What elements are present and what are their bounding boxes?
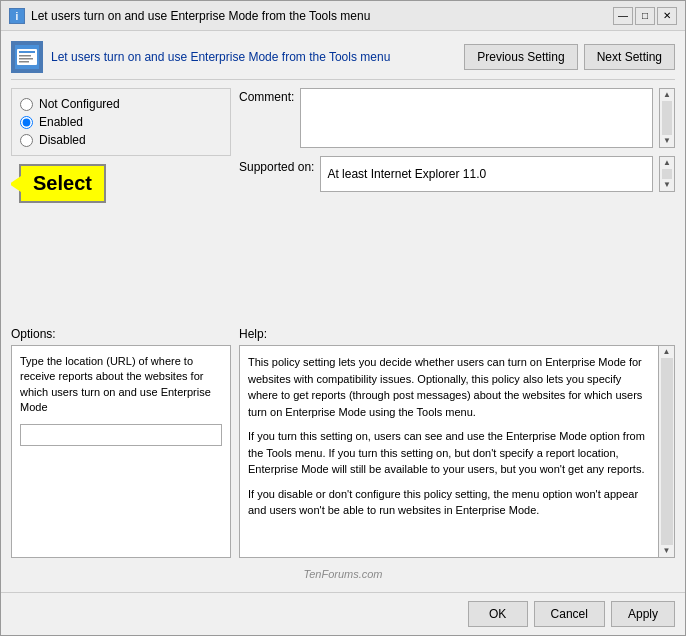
maximize-button[interactable]: □ [635,7,655,25]
sup-scroll-down: ▼ [663,181,671,189]
supported-value-text: At least Internet Explorer 11.0 [327,167,486,181]
not-configured-label: Not Configured [39,97,120,111]
help-text: This policy setting lets you decide whet… [248,354,654,519]
title-buttons: — □ ✕ [613,7,677,25]
not-configured-option[interactable]: Not Configured [20,97,222,111]
disabled-option[interactable]: Disabled [20,133,222,147]
previous-setting-button[interactable]: Previous Setting [464,44,577,70]
not-configured-radio[interactable] [20,98,33,111]
title-bar-left: i Let users turn on and use Enterprise M… [9,8,370,24]
select-tooltip: Select [19,164,106,203]
sup-scroll-up: ▲ [663,159,671,167]
window-title: Let users turn on and use Enterprise Mod… [31,9,370,23]
options-box: Type the location (URL) of where to rece… [11,345,231,558]
enabled-label: Enabled [39,115,83,129]
watermark: TenForums.com [11,566,675,582]
svg-rect-6 [19,58,33,60]
right-panel: Comment: ▲ ▼ Supported on: At least Inte… [231,88,675,319]
options-help-row: Options: Type the location (URL) of wher… [11,327,675,558]
supported-scrollbar: ▲ ▼ [659,156,675,192]
comment-textarea[interactable] [300,88,653,148]
svg-rect-4 [19,51,35,53]
sup-scroll-track [662,169,672,179]
main-body: Not Configured Enabled Disabled Select [11,88,675,319]
url-input[interactable] [20,424,222,446]
scroll-up-arrow: ▲ [663,91,671,99]
supported-section: Supported on: At least Internet Explorer… [239,156,675,192]
help-scroll-down: ▼ [663,547,671,555]
supported-value: At least Internet Explorer 11.0 [320,156,653,192]
footer: OK Cancel Apply [1,592,685,635]
top-header: Let users turn on and use Enterprise Mod… [11,41,675,80]
options-section: Options: Type the location (URL) of wher… [11,327,231,558]
scroll-down-arrow: ▼ [663,137,671,145]
svg-rect-7 [19,61,29,63]
supported-label: Supported on: [239,156,314,174]
close-button[interactable]: ✕ [657,7,677,25]
window-icon: i [9,8,25,24]
watermark-text: TenForums.com [303,568,382,580]
help-scroll-track [661,358,673,545]
options-description: Type the location (URL) of where to rece… [20,354,222,416]
header-buttons: Previous Setting Next Setting [464,44,675,70]
svg-text:i: i [16,11,19,22]
header-title: Let users turn on and use Enterprise Mod… [51,50,390,64]
help-box: This policy setting lets you decide whet… [239,345,675,558]
help-paragraph-1: This policy setting lets you decide whet… [248,354,654,420]
top-header-left: Let users turn on and use Enterprise Mod… [11,41,390,73]
help-paragraph-3: If you disable or don't configure this p… [248,486,654,519]
main-window: i Let users turn on and use Enterprise M… [0,0,686,636]
ok-button[interactable]: OK [468,601,528,627]
header-icon [11,41,43,73]
comment-label: Comment: [239,88,294,104]
select-tooltip-text: Select [33,172,92,194]
help-section: Help: This policy setting lets you decid… [239,327,675,558]
left-panel: Not Configured Enabled Disabled Select [11,88,231,319]
disabled-label: Disabled [39,133,86,147]
minimize-button[interactable]: — [613,7,633,25]
title-bar: i Let users turn on and use Enterprise M… [1,1,685,31]
next-setting-button[interactable]: Next Setting [584,44,675,70]
comment-section: Comment: ▲ ▼ [239,88,675,148]
options-header: Options: [11,327,231,341]
radio-group: Not Configured Enabled Disabled [11,88,231,156]
cancel-button[interactable]: Cancel [534,601,605,627]
svg-rect-5 [19,55,31,57]
help-header: Help: [239,327,675,341]
enabled-radio[interactable] [20,116,33,129]
content-area: Let users turn on and use Enterprise Mod… [1,31,685,592]
apply-button[interactable]: Apply [611,601,675,627]
help-paragraph-2: If you turn this setting on, users can s… [248,428,654,478]
help-scroll-up: ▲ [663,348,671,356]
disabled-radio[interactable] [20,134,33,147]
enabled-option[interactable]: Enabled [20,115,222,129]
comment-scrollbar: ▲ ▼ [659,88,675,148]
help-scrollbar: ▲ ▼ [658,346,674,557]
scroll-track [662,101,672,135]
